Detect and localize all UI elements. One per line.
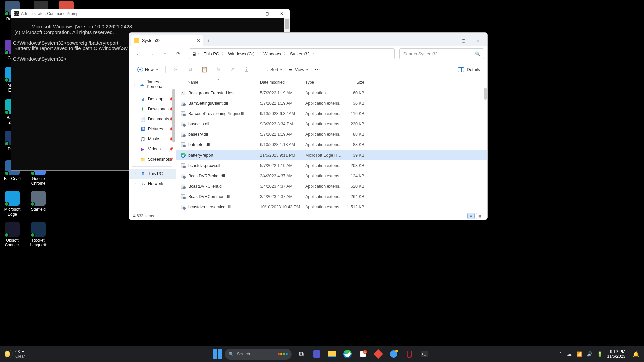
- paste-button[interactable]: 📋: [198, 64, 211, 75]
- cmd-close-button[interactable]: ✕: [274, 9, 289, 18]
- chevron-right-icon[interactable]: 〉: [256, 51, 261, 56]
- new-tab-button[interactable]: +: [203, 36, 213, 46]
- file-row[interactable]: battery-report11/5/2023 9:11 PMMicrosoft…: [176, 150, 487, 160]
- view-details-button[interactable]: ≡: [467, 213, 475, 219]
- expand-icon[interactable]: 〉: [134, 82, 137, 87]
- share-button[interactable]: ↗: [226, 64, 239, 75]
- file-row[interactable]: BackgroundTransferHost5/7/2022 1:19 AMAp…: [176, 87, 487, 98]
- file-row[interactable]: batmeter.dll6/10/2023 1:18 AMApplication…: [176, 139, 487, 150]
- file-row[interactable]: basecsp.dll9/3/2023 8:34 PMApplication e…: [176, 119, 487, 129]
- cut-button[interactable]: ✂: [170, 64, 182, 75]
- volume-icon[interactable]: 🔊: [587, 351, 592, 357]
- start-button[interactable]: [213, 349, 222, 359]
- explorer-close-button[interactable]: ✕: [471, 35, 485, 46]
- sidebar-item-music[interactable]: 🎵Music📌: [129, 134, 176, 144]
- file-row[interactable]: BcastDVRBroker.dll3/4/2023 4:37 AMApplic…: [176, 171, 487, 181]
- tips-icon[interactable]: [387, 347, 400, 361]
- breadcrumb[interactable]: Windows (C:): [226, 51, 256, 56]
- sidebar-item-videos[interactable]: ▶Videos📌: [129, 144, 176, 154]
- details-pane-button[interactable]: Details: [455, 65, 483, 74]
- battery-icon[interactable]: 🔋: [597, 351, 603, 357]
- file-name: BackgroundTransferHost: [188, 90, 260, 95]
- more-button[interactable]: ⋯: [312, 66, 323, 73]
- file-row[interactable]: bcastdvruserservice.dll10/10/2023 10:43 …: [176, 202, 487, 212]
- pc-icon: 🖥: [192, 51, 197, 57]
- nav-up-button[interactable]: ↑: [159, 48, 171, 60]
- column-date[interactable]: Date modified: [260, 80, 305, 85]
- sidebar-scrollbar[interactable]: [172, 77, 176, 212]
- edge-icon[interactable]: [341, 347, 354, 361]
- file-row[interactable]: bcastdvr.proxy.dll5/7/2022 1:19 AMApplic…: [176, 160, 487, 171]
- expand-icon[interactable]: 〉: [134, 182, 137, 186]
- cmd-maximize-button[interactable]: ▢: [260, 9, 274, 18]
- nav-back-button[interactable]: ←: [132, 48, 144, 60]
- explorer-maximize-button[interactable]: ▢: [456, 35, 471, 46]
- sidebar-item-desktop[interactable]: 🖥Desktop📌: [129, 94, 176, 104]
- address-bar[interactable]: 🖥 〉 This PC 〉 Windows (C:) 〉 Windows 〉 S…: [189, 48, 395, 59]
- breadcrumb[interactable]: System32: [288, 51, 312, 56]
- sidebar-item-thispc[interactable]: 〉 🖥 This PC: [129, 169, 176, 179]
- sidebar-item-onedrive[interactable]: 〉 ☁ James - Persona: [129, 79, 176, 89]
- file-row[interactable]: BcastDVRCommon.dll3/4/2023 4:37 AMApplic…: [176, 191, 487, 202]
- store-icon[interactable]: 1: [356, 347, 370, 361]
- chevron-down-icon: ▾: [280, 68, 282, 71]
- column-name[interactable]: Name ˄: [180, 80, 260, 85]
- taskbar-weather[interactable]: 63°F Clear: [0, 349, 30, 359]
- notifications-button[interactable]: 🔔: [631, 349, 641, 359]
- rename-button[interactable]: ✎: [212, 64, 225, 75]
- tray-overflow-button[interactable]: ˄: [560, 351, 562, 357]
- download-icon: ⬇: [140, 106, 145, 112]
- nav-refresh-button[interactable]: ⟳: [173, 48, 184, 60]
- explorer-icon[interactable]: [325, 347, 339, 361]
- breadcrumb[interactable]: This PC: [202, 51, 221, 56]
- sidebar-item-documents[interactable]: 📄Documents📌: [129, 114, 176, 124]
- mcafee-icon[interactable]: ⋃: [402, 347, 416, 361]
- sidebar-item-screenshots[interactable]: 📁Screenshots📌: [129, 154, 176, 164]
- file-row[interactable]: BcastDVRClient.dll3/4/2023 4:37 AMApplic…: [176, 181, 487, 191]
- dll-file-icon: [181, 163, 185, 168]
- explorer-tab[interactable]: System32 ✕: [131, 35, 203, 46]
- file-row[interactable]: BamSettingsClient.dll5/7/2022 1:19 AMApp…: [176, 98, 487, 108]
- app-icon[interactable]: [372, 347, 385, 361]
- desktop-shortcut[interactable]: Ubisoft Connect: [0, 222, 24, 247]
- desktop-shortcut[interactable]: Rocket League®: [26, 222, 50, 247]
- file-row[interactable]: basesrv.dll5/7/2022 1:19 AMApplication e…: [176, 129, 487, 139]
- onedrive-tray-icon[interactable]: ☁: [567, 351, 572, 357]
- chevron-right-icon[interactable]: 〉: [312, 51, 317, 56]
- delete-button[interactable]: 🗑: [240, 64, 253, 75]
- dll-file-icon: [181, 101, 185, 106]
- expand-icon[interactable]: 〉: [134, 172, 137, 176]
- desktop-shortcut[interactable]: Microsoft Edge: [0, 191, 24, 217]
- explorer-minimize-button[interactable]: —: [441, 35, 456, 46]
- sort-indicator-icon: ˄: [218, 79, 219, 82]
- taskbar-clock[interactable]: 9:12 PM 11/5/2023: [607, 349, 625, 359]
- view-button[interactable]: ☰ View ▾: [286, 65, 311, 74]
- nav-forward-button[interactable]: →: [146, 48, 157, 60]
- file-size: 36 KB: [343, 101, 367, 106]
- chevron-right-icon[interactable]: 〉: [221, 51, 226, 56]
- sidebar-item-network[interactable]: 〉 🖧 Network: [129, 179, 176, 189]
- sort-button[interactable]: ↑↓ Sort ▾: [261, 65, 285, 74]
- copy-button[interactable]: ⧉: [184, 64, 197, 75]
- taskview-icon[interactable]: ⧉: [294, 347, 308, 361]
- taskbar-search[interactable]: 🔍 Search: [225, 349, 292, 360]
- cmd-minimize-button[interactable]: —: [245, 9, 260, 18]
- column-type[interactable]: Type: [305, 80, 343, 85]
- desktop-shortcut[interactable]: Starfield: [26, 191, 50, 212]
- chevron-right-icon[interactable]: 〉: [197, 51, 202, 56]
- terminal-icon[interactable]: >_: [418, 347, 431, 361]
- filelist-scrollbar[interactable]: [483, 87, 487, 212]
- explorer-search-input[interactable]: Search System32 🔍: [399, 48, 484, 59]
- sidebar-item-downloads[interactable]: ⬇Downloads📌: [129, 104, 176, 114]
- new-button[interactable]: + New ▾: [134, 65, 161, 74]
- breadcrumb[interactable]: Windows: [261, 51, 283, 56]
- file-row[interactable]: BarcodeProvisioningPlugin.dll9/13/2023 6…: [176, 108, 487, 119]
- tab-close-button[interactable]: ✕: [197, 38, 201, 43]
- view-large-button[interactable]: ▦: [476, 213, 483, 219]
- column-size[interactable]: Size: [343, 80, 367, 85]
- teams-icon[interactable]: [310, 347, 323, 361]
- chevron-right-icon[interactable]: 〉: [283, 51, 288, 56]
- cmd-titlebar[interactable]: C:\ Administrator: Command Prompt — ▢ ✕: [11, 9, 290, 18]
- wifi-icon[interactable]: 📶: [576, 351, 582, 357]
- sidebar-item-pictures[interactable]: 🖼Pictures📌: [129, 124, 176, 134]
